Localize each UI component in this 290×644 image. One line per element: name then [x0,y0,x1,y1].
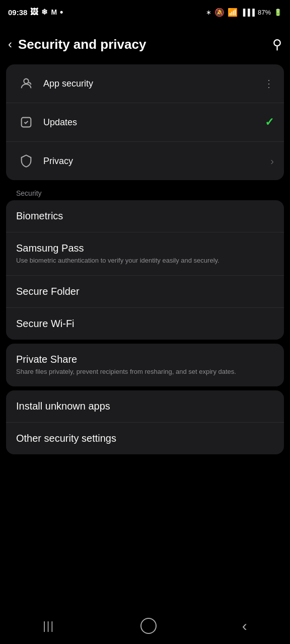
recent-apps-button[interactable]: ||| [43,619,54,632]
private-share-card[interactable]: Private Share Share files privately, pre… [6,344,284,386]
status-bar: 09:38 🖼 ❄ M • ∗ 🔕 📶 ▐▐▐ 87% 🔋 [0,0,290,24]
security-section-label: Security [6,184,284,200]
updates-label: Updates [43,117,260,128]
install-unknown-label: Install unknown apps [16,400,274,412]
privacy-label: Privacy [43,156,265,167]
list-item[interactable]: Other security settings [6,423,284,454]
signal-icon: ▐▐▐ [241,9,255,16]
main-content: App security ⋮ Updates ✓ [0,64,290,454]
updates-icon [16,112,36,132]
top-settings-card: App security ⋮ Updates ✓ [6,64,284,180]
header: ‹ Security and privacy ⚲ [0,24,290,64]
list-item[interactable]: Private Share Share files privately, pre… [6,344,284,386]
other-security-label: Other security settings [16,433,274,444]
status-indicators: ∗ 🔕 📶 ▐▐▐ 87% 🔋 [206,8,282,17]
private-share-label: Private Share [16,354,274,365]
wifi-icon: 📶 [228,8,238,17]
header-left: ‹ Security and privacy [8,37,146,52]
privacy-icon [16,151,36,171]
list-item[interactable]: Install unknown apps [6,390,284,423]
check-icon: ✓ [265,116,274,128]
list-item[interactable]: Secure Folder [6,276,284,308]
status-time: 09:38 🖼 ❄ M • [8,7,63,18]
search-button[interactable]: ⚲ [272,37,282,52]
dot-icon: • [60,7,63,18]
chevron-right-icon: › [270,155,274,167]
bluetooth-icon: ∗ [206,9,211,16]
list-item[interactable]: Samsung Pass Use biometric authenticatio… [6,232,284,276]
secure-folder-label: Secure Folder [16,286,274,297]
svg-point-0 [24,79,28,84]
samsung-pass-label: Samsung Pass [16,243,274,254]
home-button[interactable] [140,618,157,634]
mute-icon: 🔕 [214,8,225,17]
snowflake-icon: ❄ [41,8,48,17]
back-button[interactable]: ‹ [8,37,12,51]
app-security-suffix: ⋮ [264,77,274,90]
more-options-icon[interactable]: ⋮ [264,78,274,89]
secure-wifi-label: Secure Wi-Fi [16,318,274,330]
list-item[interactable]: Privacy › [6,142,284,180]
private-share-subtitle: Share files privately, prevent recipient… [16,367,274,376]
app-security-icon [16,73,36,94]
list-item[interactable]: Updates ✓ [6,103,284,142]
list-item[interactable]: Secure Wi-Fi [6,308,284,340]
security-card: Biometrics Samsung Pass Use biometric au… [6,200,284,340]
samsung-pass-subtitle: Use biometric authentication to verify y… [16,256,274,265]
privacy-suffix: › [270,155,274,167]
battery-icon: 🔋 [274,9,282,16]
page-title: Security and privacy [18,37,146,52]
gallery-icon: 🖼 [30,8,38,17]
biometrics-label: Biometrics [16,210,274,222]
back-nav-button[interactable]: ‹ [242,617,247,634]
battery-percent: 87% [258,9,271,16]
bottom-settings-card: Install unknown apps Other security sett… [6,390,284,454]
gmail-icon: M [51,8,57,16]
app-security-label: App security [43,78,259,89]
time-display: 09:38 [8,8,27,17]
updates-suffix: ✓ [265,116,274,129]
list-item[interactable]: App security ⋮ [6,64,284,103]
list-item[interactable]: Biometrics [6,200,284,232]
nav-bar: ||| ‹ [0,608,290,644]
